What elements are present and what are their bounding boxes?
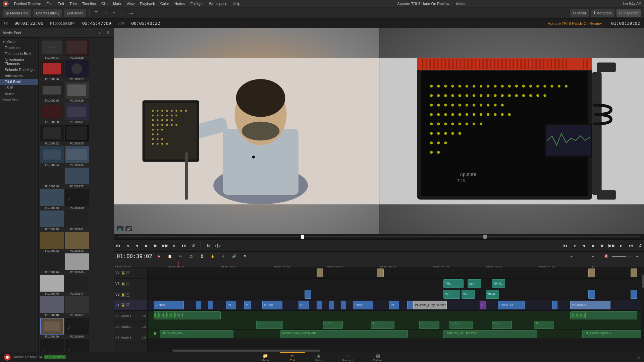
clip-thumb-P1000131[interactable]: P1000131 [65, 103, 89, 124]
clip-v1-pl8[interactable]: P1000... [353, 301, 373, 309]
timeline-scrollbar[interactable] [641, 268, 644, 352]
clip-thumb-P1000162[interactable]: ♪ P1000162 [40, 339, 64, 352]
clip-v1-white-gray[interactable]: 🖼 White_Gray Gardient BG [413, 301, 447, 309]
tl-link-tool[interactable]: 🔗 [230, 252, 238, 260]
more-options-btn[interactable]: ••• [128, 10, 135, 16]
preview-scrubber[interactable] [114, 234, 644, 239]
sidebar-item-ls15[interactable]: LS15 [0, 85, 38, 91]
timeline-hscrollbar[interactable] [148, 349, 641, 352]
clip-v1-pl1[interactable]: P1... [226, 301, 236, 309]
v1-lock-btn[interactable]: 🔒 [121, 303, 125, 307]
prg-play-reverse-btn[interactable]: ◄ [580, 242, 588, 250]
view-toggle-btn[interactable]: ☰ [93, 10, 100, 16]
source-preview[interactable]: 📺 🔊 [114, 28, 379, 234]
clip-v2-blue2[interactable] [588, 290, 595, 299]
clip-v1-p159[interactable]: P1000159 [570, 301, 610, 309]
prg-loop-btn[interactable]: ↺ [636, 242, 644, 250]
tl-volume-slider[interactable] [612, 256, 632, 257]
audio-waveform-A2-4[interactable]: FL_... [419, 321, 439, 329]
sidebar-item-tri8[interactable]: Tri-8 Broll [0, 79, 38, 85]
clip-thumb-P1000159[interactable]: P1000159 [40, 318, 64, 339]
nav-color[interactable]: ◉ Color [305, 352, 332, 362]
clip-v1-s[interactable]: S... [480, 301, 486, 309]
menu-mark[interactable]: Mark [113, 2, 121, 6]
preview-mode-icon[interactable]: 📺 [117, 226, 123, 231]
src-play-reverse-btn[interactable]: ◄ [133, 242, 141, 250]
menu-fairlight[interactable]: Fairlight [191, 2, 204, 6]
tl-retime-tool[interactable]: ⌛ [198, 252, 206, 260]
clip-thumb-P1000124[interactable]: P124 P1000124 [40, 39, 64, 60]
clip-v3-tri2[interactable]: TRI-8... [492, 279, 505, 288]
inspector-btn[interactable]: ⊡ Inspector [616, 9, 641, 17]
sidebar-item-newshooter[interactable]: Newshooter Elements [0, 57, 38, 67]
sidebar-item-sekonic[interactable]: Sekonic Readings [0, 67, 38, 73]
viewer-arrow-btn[interactable]: ◁▷ [214, 242, 222, 250]
list-view-btn[interactable]: ≡ [110, 10, 117, 16]
prg-go-start-btn[interactable]: ⏮ [561, 242, 569, 250]
nav-fairlight[interactable]: ♪ Fairlight [332, 352, 363, 362]
audio-waveform-A2-6[interactable]: FL_... [492, 321, 512, 329]
clip-thumb-P1000146[interactable]: P1000146 [40, 275, 64, 296]
clip-thumb-P1000144[interactable]: P1000144 [40, 253, 64, 274]
prg-play-btn[interactable]: ▶ [598, 242, 606, 250]
clip-thumb-P1000135[interactable]: P1000135 [65, 146, 89, 167]
clip-thumb-P1000136[interactable]: P1000136 [40, 168, 64, 188]
clip-thumb-P1000140[interactable]: P1000140 [40, 210, 64, 231]
clip-v4-1[interactable] [317, 268, 323, 277]
clip-v4-3[interactable] [588, 268, 595, 277]
clip-v1-p141b[interactable] [552, 301, 557, 309]
v2-lock-btn[interactable]: 🔒 [121, 293, 125, 297]
grid-view-btn[interactable]: ⊞ [102, 10, 108, 16]
audio-waveform-A2-2[interactable]: FL_C... [323, 321, 343, 329]
clip-thumb-P1000132[interactable]: P1000132 [40, 125, 64, 145]
clip-v2-tri3[interactable]: TRI-8... [486, 290, 499, 299]
timeline-ruler[interactable]: 01:00:00:00 01:00:45:05 01:01:30:11 01:0… [114, 261, 644, 268]
menu-clip[interactable]: Clip [101, 2, 108, 6]
nav-media[interactable]: 📁 Media [251, 352, 280, 362]
clip-thumb-P1000148[interactable]: P1000148 [40, 296, 64, 317]
clip-v1-2[interactable] [196, 301, 201, 309]
menu-view[interactable]: View [126, 2, 135, 6]
clip-thumb-P1000134[interactable]: P1000134 [40, 146, 64, 167]
prg-prev-btn[interactable]: ◂ [570, 242, 578, 250]
nav-edit[interactable]: ✂ Edit [280, 352, 305, 362]
prg-fast-fwd-btn[interactable]: ▶▶ [608, 242, 616, 250]
v4-eye-btn[interactable]: 👁 [126, 271, 130, 275]
clip-v1-pl3[interactable]: P1000... [262, 301, 282, 309]
tl-zoom-in-btn[interactable]: + [589, 252, 597, 260]
metadata-btn[interactable]: ℹ Metadata [591, 9, 614, 17]
prg-next-btn[interactable]: ▸ [617, 242, 625, 250]
clip-thumb-P1000139[interactable]: ♪ P1000139 [65, 189, 89, 210]
clip-v1-pl4[interactable]: P1... [299, 301, 309, 309]
effects-library-btn[interactable]: Effects Library [33, 9, 62, 17]
clip-v1-pl9[interactable]: P1... [389, 301, 399, 309]
clip-v1-pl7[interactable] [341, 301, 346, 309]
v2-eye-btn[interactable]: 👁 [126, 293, 130, 297]
clip-thumb-P1000157[interactable]: P1000157 [65, 296, 89, 317]
src-go-start-btn[interactable]: ⏮ [114, 242, 122, 250]
src-stop-btn[interactable]: ■ [142, 242, 150, 250]
clip-thumb-P1000130[interactable]: P1000130 [40, 103, 64, 124]
search-btn[interactable]: ⌕ [119, 10, 126, 16]
menu-workspace[interactable]: Workspace [209, 2, 227, 6]
clip-v1-pl2[interactable]: P... [244, 301, 251, 309]
clip-v1-pl5[interactable] [317, 301, 322, 309]
mp-add-btn[interactable]: + [96, 29, 103, 36]
sidebar-item-voiceovers[interactable]: Voiceovers [0, 73, 38, 79]
audio-waveform-A2-3[interactable]: FL_... [371, 321, 394, 329]
audio-waveform-A3-3[interactable]: Third Part_All That Was [443, 330, 537, 338]
tl-select-tool[interactable]: ▶ [155, 252, 163, 260]
clip-v1-p141[interactable]: P1000141 [498, 301, 525, 309]
tl-hand-tool[interactable]: ✋ [209, 252, 217, 260]
v1-eye-btn[interactable]: 👁 [126, 303, 130, 307]
sidebar-item-timelines[interactable]: Timelines [0, 45, 38, 51]
sidebar-item-telemundo[interactable]: Telemundo Broll [0, 51, 38, 57]
clip-thumb-P1000142[interactable]: P1000142 [40, 232, 64, 253]
tracks-content[interactable]: TRI... ap... TRI-8... Tex... Tex... TRI-… [148, 268, 644, 352]
fit-label[interactable]: Fit [4, 21, 8, 25]
clip-thumb-P1000126[interactable]: P1000126 [40, 60, 64, 81]
tl-clip-tool[interactable]: 📋 [166, 252, 174, 260]
audio-waveform-A2-1[interactable]: FL_... [256, 321, 283, 329]
src-go-end-btn[interactable]: ⏭ [180, 242, 188, 250]
clip-v3-ap[interactable]: ap... [468, 279, 481, 288]
